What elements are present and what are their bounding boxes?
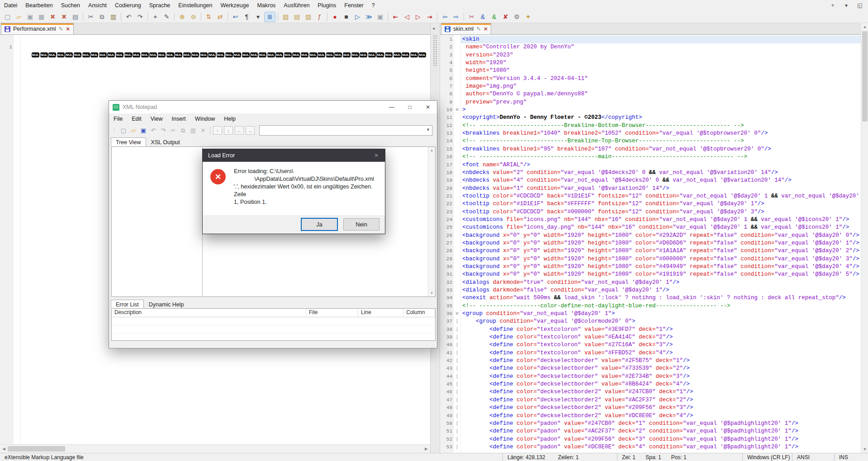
column-header-line[interactable]: Line (358, 309, 403, 317)
cut-icon[interactable]: ✂ (85, 12, 96, 22)
indent-guide-icon[interactable]: ≣ (264, 12, 275, 22)
new-file-icon[interactable]: ▢ (2, 12, 13, 22)
nudge-left-icon[interactable]: ← (235, 126, 244, 135)
function-list-icon[interactable]: ƒ (314, 12, 325, 22)
chevron-down-icon[interactable]: ▾ (843, 2, 850, 9)
dialog-titlebar[interactable]: Load Error ✕ (203, 149, 385, 162)
cut-icon[interactable]: ✂ (169, 126, 178, 135)
menu-sprache[interactable]: Sprache (145, 0, 175, 10)
menu-ansicht[interactable]: Ansicht (84, 0, 111, 10)
scroll-right-icon[interactable]: ▶ (422, 447, 430, 451)
xpath-combobox[interactable]: ▼ (259, 125, 432, 136)
redo-icon[interactable]: ↷ (159, 126, 168, 135)
status-encoding[interactable]: ANSI (792, 453, 835, 461)
xml-notepad-titlebar[interactable]: XML Notepad —□✕ (109, 101, 437, 113)
splitter-grip[interactable] (433, 35, 437, 66)
ja-button[interactable]: Ja (301, 218, 338, 231)
record-macro-icon[interactable]: ● (330, 12, 340, 22)
close-icon[interactable]: ✕ (419, 102, 437, 112)
plugin-snippets-icon[interactable]: ✂ (466, 12, 477, 22)
restore-window-icon[interactable]: ◱ (856, 2, 863, 9)
scroll-up-icon[interactable]: ▲ (861, 24, 868, 29)
close-tab-icon[interactable]: ✕ (484, 26, 488, 32)
open-folder-icon[interactable]: ▱ (129, 126, 138, 135)
plugin-options-icon[interactable]: ✦ (523, 12, 533, 22)
tab-skin-xml[interactable]: skin.xml ✎ ✕ (441, 23, 491, 34)
column-header-column[interactable]: Column (403, 309, 435, 317)
nudge-up-icon[interactable]: ↑ (213, 126, 222, 135)
menu-fenster[interactable]: Fenster (340, 0, 367, 10)
menu-makros[interactable]: Makros (253, 0, 280, 10)
column-header-description[interactable]: Description (112, 309, 306, 317)
right-editor[interactable]: 1<skin2 name="Controller 2020 by DennYo"… (440, 35, 861, 453)
save-all-icon[interactable]: ▦ (36, 12, 47, 22)
close-tab-icon[interactable]: ✕ (66, 26, 70, 32)
pin-icon[interactable]: ✎ (58, 26, 63, 32)
xn-menu-edit[interactable]: Edit (127, 114, 146, 124)
last-difference-icon[interactable]: ⇥ (424, 12, 435, 22)
column-header-file[interactable]: File (306, 309, 358, 317)
stop-recording-icon[interactable]: ■ (341, 12, 351, 22)
status-insert-mode[interactable]: INS (835, 453, 868, 461)
nein-button[interactable]: Nein (343, 218, 379, 230)
xn-menu-insert[interactable]: Insert (167, 114, 190, 124)
navigate-forward-icon[interactable]: ⇨ (451, 12, 461, 22)
previous-difference-icon[interactable]: ◁ (402, 12, 412, 22)
folder-as-workspace-icon[interactable]: ▧ (303, 12, 313, 22)
plugin-format-icon[interactable]: ⚙ (512, 12, 522, 22)
print-icon[interactable]: ▤ (70, 12, 81, 22)
tab-error-list[interactable]: Error List (111, 300, 144, 308)
sync-horizontal-scrolling-icon[interactable]: ⇄ (215, 12, 225, 22)
sync-vertical-scrolling-icon[interactable]: ⇅ (204, 12, 214, 22)
next-difference-icon[interactable]: ▷ (413, 12, 423, 22)
menu-ausfhren[interactable]: Ausführen (280, 0, 313, 10)
status-eol-format[interactable]: Windows (CR LF) (743, 453, 792, 461)
open-folder-icon[interactable]: ▱ (14, 12, 24, 22)
scroll-left-icon[interactable]: ◀ (0, 447, 8, 451)
menu-?[interactable]: ? (368, 0, 379, 10)
new-file-icon[interactable]: ▢ (119, 126, 128, 135)
tab-xsl-output[interactable]: XSL Output (146, 137, 185, 146)
document-map-icon[interactable]: ▨ (280, 12, 291, 22)
chevron-down-icon[interactable]: ▼ (426, 127, 430, 132)
xn-menu-file[interactable]: File (109, 114, 127, 124)
paste-icon[interactable]: ▥ (108, 12, 119, 22)
xn-menu-help[interactable]: Help (219, 114, 240, 124)
show-symbols-dropdown-icon[interactable]: ▾ (253, 12, 263, 22)
replace-icon[interactable]: ✎ (161, 12, 172, 22)
menu-datei[interactable]: Datei (0, 0, 21, 10)
xn-menu-window[interactable]: Window (190, 114, 219, 124)
close-icon[interactable]: ✕ (368, 152, 385, 159)
plugin-convert-entities-icon[interactable]: & (478, 12, 488, 22)
find-icon[interactable]: ⌖ (150, 12, 161, 22)
collapse-arrow-icon[interactable]: ◂ (432, 26, 435, 31)
save-icon[interactable]: ▣ (25, 12, 35, 22)
close-all-documents-icon[interactable]: ✖ (59, 12, 69, 22)
menu-suchen[interactable]: Suchen (57, 0, 84, 10)
delete-icon[interactable]: ✕ (199, 126, 208, 135)
zoom-out-icon[interactable]: ⊖ (188, 12, 199, 22)
menu-codierung[interactable]: Codierung (111, 0, 145, 10)
menu-bearbeiten[interactable]: Bearbeiten (21, 0, 57, 10)
pin-icon[interactable]: ✎ (476, 26, 481, 32)
show-all-characters-icon[interactable]: ¶ (242, 12, 252, 22)
plugin-xml-check-icon[interactable]: ✘ (500, 12, 511, 22)
xn-menu-view[interactable]: View (146, 114, 167, 124)
scroll-down-icon[interactable]: ▼ (428, 291, 435, 295)
menu-einstellungen[interactable]: Einstellungen (174, 0, 216, 10)
save-macro-icon[interactable]: ▣ (375, 12, 385, 22)
zoom-in-icon[interactable]: ⊕ (177, 12, 187, 22)
document-list-icon[interactable]: ▤ (292, 12, 302, 22)
nudge-right-icon[interactable]: → (246, 126, 255, 135)
nudge-down-icon[interactable]: ↓ (224, 126, 233, 135)
tab-performance-xml[interactable]: Performance.xml ✎ ✕ (1, 23, 74, 34)
play-macro-icon[interactable]: ▷ (352, 12, 363, 22)
save-icon[interactable]: ▣ (139, 126, 148, 135)
left-hscrollbar[interactable]: ◀ ▶ (0, 444, 430, 453)
close-document-icon[interactable]: ✖ (47, 12, 58, 22)
first-difference-icon[interactable]: ⇤ (390, 12, 401, 22)
tab-dynamic-help[interactable]: Dynamic Help (144, 300, 189, 308)
hscroll-thumb[interactable] (8, 446, 65, 452)
run-macro-multiple-times-icon[interactable]: ≫ (364, 12, 374, 22)
redo-icon[interactable]: ↷ (135, 12, 145, 22)
